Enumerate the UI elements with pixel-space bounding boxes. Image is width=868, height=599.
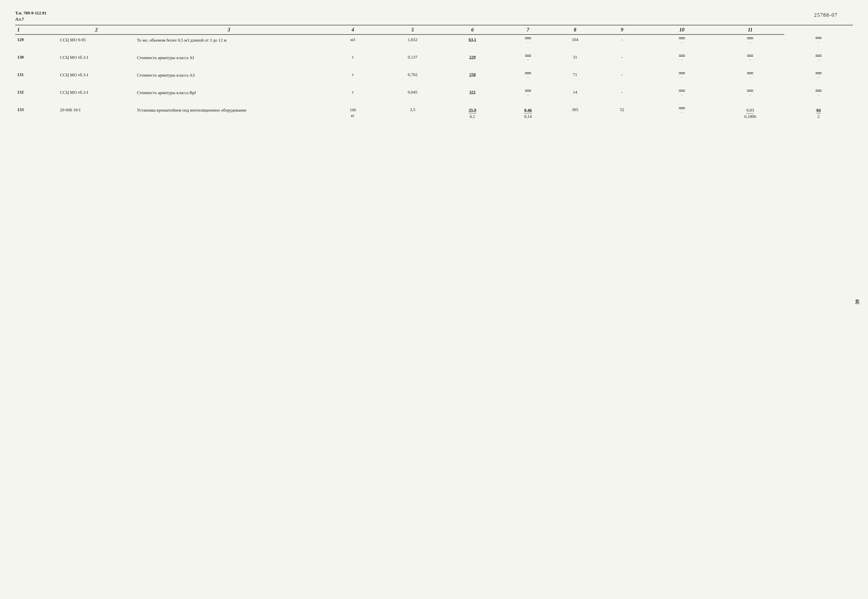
col11-val: − [784, 35, 853, 47]
doc-number: 25788-07 [814, 12, 838, 18]
page-number: 39 [854, 300, 860, 305]
col6-val: 0,460,14 [502, 105, 554, 122]
col11-val: − [784, 52, 853, 65]
doc-code-line2: Ал.7 [15, 16, 47, 22]
doc-code: Т.п. 709-9-112.91 Ал.7 [15, 10, 47, 22]
col10-val: − [716, 87, 785, 100]
col9-val: − [648, 87, 716, 100]
col-header-6: 6 [443, 26, 502, 35]
spacer-row [15, 65, 853, 70]
col-header-9: 9 [596, 26, 648, 35]
row-id: 130 [15, 52, 58, 65]
row-description: Стоимость арматуры класса АI [135, 52, 323, 65]
row-code: 20-696 18-I [58, 105, 135, 122]
col8-val: - [596, 52, 648, 65]
row-id: 132 [15, 87, 58, 100]
col5-val: 35,96,1 [443, 105, 502, 122]
col-header-7: 7 [502, 26, 554, 35]
col10-val: − [716, 35, 785, 47]
spacer-row [15, 82, 853, 87]
col7-val: 305 [554, 105, 596, 122]
col8-val: 52 [596, 105, 648, 122]
col8-val: - [596, 87, 648, 100]
col5-val: 321 [443, 87, 502, 100]
col8-val: - [596, 35, 648, 47]
col6-val: − [502, 35, 554, 47]
col5-val: 229 [443, 52, 502, 65]
col9-val: − [648, 52, 716, 65]
unit-cell: т [323, 52, 383, 65]
col-header-2: 2 [58, 26, 135, 35]
col-header-1: 1 [15, 26, 58, 35]
row-code: ССЦ МО тб.3-I [58, 87, 135, 100]
table-row: 133 20-696 18-I Установка кронштейнов по… [15, 105, 853, 122]
row-description: Установка кронштейнов под вентиляционное… [135, 105, 323, 122]
col10-val: − [716, 52, 785, 65]
col7-val: 104 [554, 35, 596, 47]
row-code: ССЦ МО тб.3-I [58, 52, 135, 65]
row-id: 129 [15, 35, 58, 47]
col7-val: 14 [554, 87, 596, 100]
column-header-row: 1 2 3 4 5 6 7 8 9 10 11 [15, 26, 853, 35]
unit-cell: т [323, 70, 383, 82]
col4-val: 3,5 [383, 105, 443, 122]
col8-val: - [596, 70, 648, 82]
unit-cell: м3 [323, 35, 383, 47]
spacer-row [15, 100, 853, 105]
col4-val: 0,702 [383, 70, 443, 82]
col9-val: − [648, 70, 716, 82]
col7-val: 71 [554, 70, 596, 82]
page-header: Т.п. 709-9-112.91 Ал.7 25788-07 [15, 10, 853, 22]
col11-val: − [784, 70, 853, 82]
row-id: 133 [15, 105, 58, 122]
spacer-row [15, 47, 853, 52]
col5-val: 63,1 [443, 35, 502, 47]
col6-val: − [502, 70, 554, 82]
row-description: Стоимость арматуры класса АЗ [135, 70, 323, 82]
unit-cell: 100кг [323, 105, 383, 122]
col11-val: 842 [784, 105, 853, 122]
col4-val: 1,652 [383, 35, 443, 47]
col-header-5: 5 [383, 26, 443, 35]
row-code: ССЦ МО тб.3-I [58, 70, 135, 82]
col7-val: 31 [554, 52, 596, 65]
main-table: 1 2 3 4 5 6 7 8 9 10 11 129 ССЦ МО 9-95 … [15, 26, 853, 122]
col4-val: 0,045 [383, 87, 443, 100]
col5-val: 250 [443, 70, 502, 82]
col10-val: 9,030,1806 [716, 105, 785, 122]
doc-code-line1: Т.п. 709-9-112.91 [15, 10, 47, 16]
col9-val: − [648, 105, 716, 122]
row-code: ССЦ МО 9-95 [58, 35, 135, 47]
col6-val: − [502, 87, 554, 100]
col6-val: − [502, 52, 554, 65]
row-description: Стоимость арматуры класса ВрI [135, 87, 323, 100]
col10-val: − [716, 70, 785, 82]
page-container: Т.п. 709-9-112.91 Ал.7 25788-07 1 2 3 4 … [15, 10, 853, 122]
col-header-3: 3 [135, 26, 323, 35]
row-id: 131 [15, 70, 58, 82]
table-row: 131 ССЦ МО тб.3-I Стоимость арматуры кла… [15, 70, 853, 82]
col-header-8: 8 [554, 26, 596, 35]
col9-val: − [648, 35, 716, 47]
table-row: 129 ССЦ МО 9-95 То же, объемом более 0,5… [15, 35, 853, 47]
row-description: То же, объемом более 0,5 м3 длиной от 3 … [135, 35, 323, 47]
table-row: 132 ССЦ МО тб.3-I Стоимость арматуры кла… [15, 87, 853, 100]
col-header-4: 4 [323, 26, 383, 35]
col11-val: − [784, 87, 853, 100]
col-header-11: 11 [716, 26, 785, 35]
table-row: 130 ССЦ МО тб.3-I Стоимость арматуры кла… [15, 52, 853, 65]
unit-cell: т [323, 87, 383, 100]
col-header-10: 10 [648, 26, 716, 35]
col4-val: 0,137 [383, 52, 443, 65]
